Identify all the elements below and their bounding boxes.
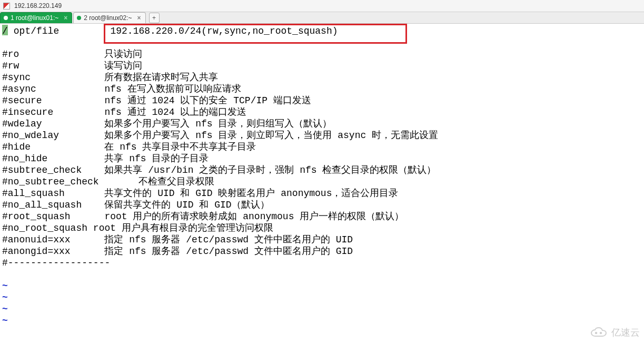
tab-status-dot xyxy=(77,16,81,20)
option-no_all_squash: #no_all_squash xyxy=(2,200,104,210)
option-root_squash: #root_squash xyxy=(2,211,104,222)
option-no_wdelay: #no_wdelay xyxy=(2,130,104,141)
tab-label: 1 root@linux01:~ xyxy=(11,14,58,22)
svg-point-1 xyxy=(600,332,602,334)
vim-tilde: ~ xyxy=(2,281,8,291)
option-desc: 如果共享 /usr/bin 之类的子目录时，强制 nfs 检查父目录的权限（默认… xyxy=(104,165,436,175)
option-desc: 只读访问 xyxy=(104,49,142,60)
option-desc: 保留共享文件的 UID 和 GID（默认） xyxy=(104,200,269,210)
option-subtree_check: #subtree_check xyxy=(2,165,104,175)
option-desc: nfs 在写入数据前可以响应请求 xyxy=(104,84,241,94)
trailing-comment: #------------------ xyxy=(2,258,110,268)
tab-label: 2 root@linux02:~ xyxy=(84,14,132,22)
export-value: 192.168.220.0/24(rw,sync,no_root_squash) xyxy=(110,26,338,36)
option-desc: root 用户的所有请求映射成如 anonymous 用户一样的权限（默认） xyxy=(104,211,404,222)
option-desc: 如果多个用户要写入 nfs 目录，则归组写入（默认） xyxy=(104,119,332,129)
terminal-tab-0[interactable]: 1 root@linux01:~× xyxy=(0,12,72,23)
option-no_hide: #no_hide xyxy=(2,153,104,164)
terminal-tab-1[interactable]: 2 root@linux02:~× xyxy=(73,12,145,23)
option-desc: 在 nfs 共享目录中不共享其子目录 xyxy=(104,142,256,152)
option-sync: #sync xyxy=(2,72,104,83)
window-title: 192.168.220.149 xyxy=(14,2,62,9)
option-desc: nfs 通过 1024 以上的端口发送 xyxy=(104,107,246,117)
terminal-editor[interactable]: /opt/file 192.168.220.0/24(rw,sync,no_ro… xyxy=(0,24,644,329)
watermark: 亿速云 xyxy=(589,326,640,339)
cloud-icon xyxy=(589,327,609,338)
option-desc: 不检查父目录权限 xyxy=(138,177,214,187)
option-async: #async xyxy=(2,84,104,94)
option-anongidxxx: #anongid=xxx xyxy=(2,246,104,257)
option-wdelay: #wdelay xyxy=(2,119,104,129)
option-desc: nfs 通过 1024 以下的安全 TCP/IP 端口发送 xyxy=(104,95,311,106)
tab-close-icon[interactable]: × xyxy=(137,14,141,22)
option-secure: #secure xyxy=(2,95,104,106)
option-no_subtree_check: #no_subtree_check xyxy=(2,177,138,187)
option-ro: #ro xyxy=(2,49,104,60)
tab-bar: 1 root@linux01:~×2 root@linux02:~× + xyxy=(0,12,644,24)
window-titlebar: 192.168.220.149 xyxy=(0,0,644,12)
option-hide: #hide xyxy=(2,142,104,152)
export-path: opt/file xyxy=(14,26,111,36)
option-desc: 共享文件的 UID 和 GID 映射匿名用户 anonymous，适合公用目录 xyxy=(104,188,398,199)
option-desc: 指定 nfs 服务器 /etc/passwd 文件中匿名用户的 UID xyxy=(104,234,353,245)
option-desc: 如果多个用户要写入 nfs 目录，则立即写入，当使用 async 时，无需此设置 xyxy=(104,130,438,141)
option-all_squash: #all_squash xyxy=(2,188,104,199)
vim-tilde: ~ xyxy=(2,316,8,326)
option-desc: 指定 nfs 服务器 /etc/passwd 文件中匿名用户的 GID xyxy=(104,246,353,257)
option-insecure: #insecure xyxy=(2,107,104,117)
option-no_root_squash: #no_root_squash xyxy=(2,223,93,233)
option-desc: root 用户具有根目录的完全管理访问权限 xyxy=(93,223,273,233)
vim-tilde: ~ xyxy=(2,304,8,315)
option-anonuidxxx: #anonuid=xxx xyxy=(2,234,104,245)
option-desc: 读写访问 xyxy=(104,61,142,71)
new-tab-button[interactable]: + xyxy=(149,13,160,23)
app-flag-icon xyxy=(3,3,10,9)
vim-tilde: ~ xyxy=(2,292,8,303)
svg-point-0 xyxy=(595,332,597,334)
option-desc: 共享 nfs 目录的子目录 xyxy=(104,153,209,164)
option-desc: 所有数据在请求时写入共享 xyxy=(104,72,218,83)
option-rw: #rw xyxy=(2,61,104,71)
tab-close-icon[interactable]: × xyxy=(64,14,67,22)
tab-status-dot xyxy=(4,16,8,20)
